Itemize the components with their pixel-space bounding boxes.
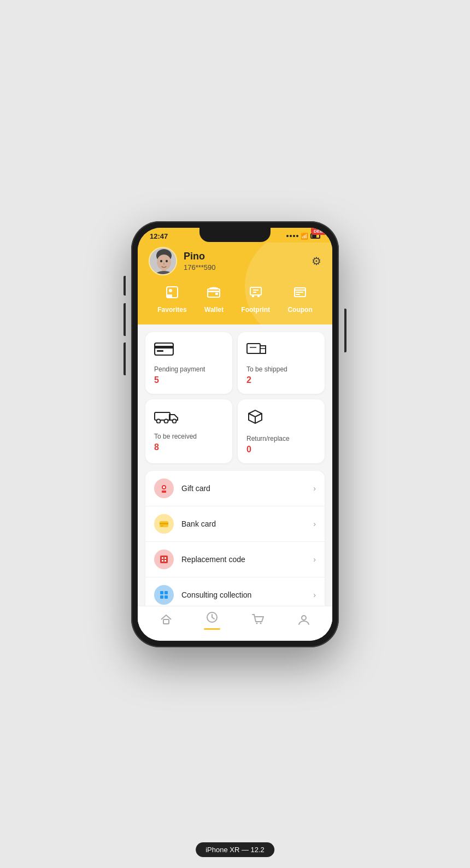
user-name: Pino <box>184 251 216 262</box>
order-grid: Pending payment 5 To be shipp <box>145 332 325 463</box>
svg-rect-23 <box>155 346 173 349</box>
order-card-pending-payment[interactable]: Pending payment 5 <box>145 332 232 394</box>
consulting-collection-icon-wrap <box>154 585 174 605</box>
svg-rect-9 <box>167 294 172 298</box>
favorites-icon <box>165 285 179 303</box>
menu-item-gift-card[interactable]: Gift card › <box>145 471 325 506</box>
side-button-vol-up <box>124 303 126 336</box>
order-card-return-replace[interactable]: Return/replace 0 <box>238 399 325 463</box>
svg-rect-44 <box>164 591 168 594</box>
quick-item-favorites[interactable]: Favorites <box>157 285 186 314</box>
svg-rect-15 <box>257 295 260 297</box>
debug-badge: DEBUG <box>311 228 332 235</box>
gift-card-icon-wrap <box>154 479 174 498</box>
bank-card-icon-wrap <box>154 514 174 534</box>
menu-item-replacement-code[interactable]: Replacement code › <box>145 542 325 577</box>
svg-rect-49 <box>163 619 169 624</box>
svg-point-8 <box>169 289 172 292</box>
svg-point-29 <box>164 419 168 423</box>
side-button-vol-dn <box>124 343 126 375</box>
footprint-icon <box>249 285 263 303</box>
replacement-code-arrow: › <box>313 555 316 564</box>
header-section: Pino 176***590 ⚙ <box>138 243 332 324</box>
svg-rect-13 <box>250 287 261 295</box>
svg-rect-43 <box>160 591 163 594</box>
to-be-shipped-label: To be shipped <box>246 365 316 373</box>
settings-icon[interactable]: ⚙ <box>312 255 321 268</box>
svg-rect-27 <box>155 412 170 420</box>
svg-rect-40 <box>164 557 166 559</box>
svg-rect-22 <box>155 343 173 355</box>
gift-card-label: Gift card <box>181 484 313 493</box>
pending-payment-icon <box>154 341 224 360</box>
svg-line-52 <box>212 617 214 619</box>
order-card-to-be-shipped[interactable]: To be shipped 2 <box>238 332 325 394</box>
replacement-code-label: Replacement code <box>181 555 313 564</box>
user-phone: 176***590 <box>184 263 216 271</box>
bottom-nav <box>138 606 332 641</box>
phone-device: DEBUG 12:47 📶 <box>131 221 339 647</box>
quick-item-coupon[interactable]: Coupon <box>287 285 312 314</box>
pending-payment-label: Pending payment <box>154 365 224 373</box>
svg-rect-19 <box>295 290 306 291</box>
favorites-label: Favorites <box>157 306 186 314</box>
side-button-mute <box>124 276 126 296</box>
nav-history-indicator <box>204 628 220 630</box>
nav-cart-icon <box>252 613 264 628</box>
svg-rect-37 <box>161 525 163 527</box>
wallet-icon <box>207 285 221 303</box>
pending-payment-count: 5 <box>154 375 224 385</box>
nav-history[interactable] <box>189 611 235 630</box>
to-be-shipped-icon <box>246 341 316 360</box>
nav-history-icon <box>206 611 218 626</box>
quick-item-wallet[interactable]: Wallet <box>204 285 224 314</box>
nav-home-icon <box>160 613 172 628</box>
consulting-collection-label: Consulting collection <box>181 591 313 599</box>
to-be-received-label: To be received <box>154 433 224 440</box>
bank-card-label: Bank card <box>181 519 313 528</box>
nav-profile-icon <box>298 613 310 628</box>
gift-card-arrow: › <box>313 484 316 493</box>
svg-rect-42 <box>164 560 166 562</box>
wifi-icon: 📶 <box>301 233 308 240</box>
svg-point-3 <box>160 259 162 262</box>
svg-point-53 <box>256 622 258 624</box>
side-button-power <box>344 309 346 352</box>
bank-card-arrow: › <box>313 519 316 528</box>
status-time: 12:47 <box>150 232 168 240</box>
nav-home[interactable] <box>143 613 189 628</box>
footprint-label: Footprint <box>241 306 270 314</box>
return-replace-icon <box>246 408 316 429</box>
user-details: Pino 176***590 <box>184 251 216 271</box>
avatar <box>149 247 177 275</box>
svg-point-28 <box>157 419 161 423</box>
quick-item-footprint[interactable]: Footprint <box>241 285 270 314</box>
menu-item-bank-card[interactable]: Bank card › <box>145 506 325 542</box>
svg-rect-41 <box>162 560 163 562</box>
to-be-received-count: 8 <box>154 442 224 452</box>
signal-icon <box>286 235 298 237</box>
quick-access: Favorites Wallet <box>149 285 321 314</box>
svg-point-4 <box>166 259 168 262</box>
nav-cart[interactable] <box>235 613 281 628</box>
order-card-to-be-received[interactable]: To be received 8 <box>145 399 232 463</box>
main-content: Pending payment 5 To be shipp <box>138 324 332 625</box>
svg-rect-24 <box>157 350 163 352</box>
svg-rect-34 <box>162 491 166 493</box>
nav-profile[interactable] <box>281 613 327 628</box>
header-top: Pino 176***590 ⚙ <box>149 247 321 275</box>
svg-rect-12 <box>215 293 218 295</box>
svg-rect-45 <box>160 595 163 599</box>
scroll-area[interactable]: Pino 176***590 ⚙ <box>138 243 332 625</box>
svg-rect-46 <box>164 595 168 599</box>
svg-rect-21 <box>296 294 300 295</box>
svg-point-54 <box>260 622 262 624</box>
return-replace-label: Return/replace <box>246 435 316 442</box>
svg-rect-11 <box>208 291 220 292</box>
svg-rect-38 <box>160 556 168 563</box>
svg-point-33 <box>163 486 165 488</box>
coupon-icon <box>293 285 307 303</box>
svg-rect-36 <box>160 523 168 524</box>
notch <box>199 228 271 242</box>
svg-point-55 <box>302 616 306 620</box>
